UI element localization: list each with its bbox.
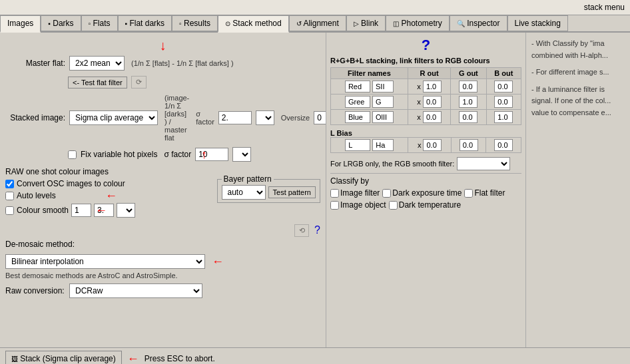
col-r-out: R out <box>408 68 450 79</box>
stack-button[interactable]: 🖼 Stack (Sigma clip average) <box>5 351 122 364</box>
demosaic-description: Best demosaic methods are AstroC and Ast… <box>5 272 320 279</box>
lrgb-smooth-label: For LRGB only, the RGB smooth filter: <box>330 160 454 168</box>
fix-hot-pixels-checkbox[interactable] <box>68 150 77 159</box>
colour-smooth-checkbox[interactable] <box>5 206 14 215</box>
l-g-input[interactable] <box>460 139 478 151</box>
arrow-sigma-factor: ↑ <box>201 148 207 162</box>
oversize-input[interactable] <box>314 111 326 124</box>
sigma-factor-select[interactable] <box>256 110 274 125</box>
test-pattern-button[interactable]: Test pattern <box>268 186 316 198</box>
blue-g-input[interactable] <box>459 111 477 123</box>
master-flat-select[interactable]: 2x2 mean Mean Median <box>69 56 125 71</box>
demosaic-label-row: De-mosaic method: <box>5 240 320 249</box>
classify-flat-filter-label: Flat filter <box>474 188 505 198</box>
tab-darks[interactable]: ▪ Darks <box>41 15 81 31</box>
l-b-input[interactable] <box>494 139 513 151</box>
blue-b-input[interactable] <box>494 111 513 123</box>
table-row-green: x <box>331 94 521 110</box>
classify-image-object-checkbox[interactable] <box>330 201 339 210</box>
table-row-l: x <box>331 138 521 153</box>
raw-conversion-select[interactable]: DCRaw LibRaw <box>69 283 202 298</box>
green-r-input[interactable] <box>423 96 442 108</box>
l-bias-table: x <box>330 137 521 153</box>
stacked-image-label: Stacked image: <box>5 113 65 122</box>
tab-images[interactable]: Images <box>0 15 41 33</box>
arrow-bottom: ← <box>127 352 139 365</box>
bayer-section: Bayer pattern auto RGGB BGGR Test patter… <box>217 179 320 203</box>
bayer-pattern-title: Bayer pattern <box>222 174 274 184</box>
classify-dark-temp-checkbox[interactable] <box>389 201 398 210</box>
filter-green-input[interactable] <box>345 96 370 108</box>
title-bar: stack menu <box>0 0 630 15</box>
filter-green-name[interactable] <box>372 96 394 108</box>
oversize-label: Oversize <box>281 114 310 122</box>
filter-red-input[interactable] <box>345 81 370 92</box>
sigma-factor-row-input[interactable] <box>195 148 228 161</box>
classify-image-filter-checkbox[interactable] <box>330 189 339 198</box>
auto-levels-label: Auto levels <box>17 191 56 200</box>
classify-flat-filter: Flat filter <box>464 188 505 198</box>
green-g-input[interactable] <box>459 96 477 108</box>
right-text-3: - If a luminance filter issignal. If one… <box>531 84 625 119</box>
filter-l-name[interactable] <box>372 139 394 151</box>
l-r-input[interactable] <box>423 139 442 151</box>
demosaic-label: De-mosaic method: <box>5 240 75 249</box>
fix-hot-pixels-row: Fix variable hot pixels σ factor ↑ <box>68 147 320 162</box>
raw-conversion-row: Raw conversion: DCRaw LibRaw <box>5 283 320 298</box>
red-r-input[interactable] <box>423 81 442 92</box>
rgb-table: Filter names R out G out B out x x <box>330 67 521 125</box>
stacked-image-select[interactable]: Sigma clip average Mean Median <box>69 110 158 125</box>
tab-flats[interactable]: ▫ Flats <box>81 15 118 31</box>
tab-results[interactable]: ▫ Results <box>172 15 218 31</box>
classify-image-filter-label: Image filter <box>340 188 380 198</box>
green-b-input[interactable] <box>494 96 513 108</box>
auto-levels-row: Auto levels ← <box>5 191 212 200</box>
demosaic-select[interactable]: Bilinear interpolation AstroC AstroSimpl… <box>5 254 205 269</box>
bottom-bar: 🖼 Stack (Sigma clip average) ← Press ESC… <box>0 347 630 364</box>
test-flat-row: <- Test flat filter ⟳ <box>68 76 320 89</box>
tab-live-stacking[interactable]: Live stacking <box>507 15 568 31</box>
filter-blue-input[interactable] <box>345 111 370 123</box>
arrow-demosaic: ← <box>212 255 224 269</box>
red-b-input[interactable] <box>494 81 513 92</box>
lrgb-smooth-row: For LRGB only, the RGB smooth filter: <box>330 157 521 170</box>
sigma-factor-row-select[interactable] <box>232 147 251 162</box>
green-x: x <box>417 98 421 106</box>
tab-flat-darks[interactable]: ▪ Flat darks <box>118 15 172 31</box>
colour-smooth-select[interactable] <box>117 203 135 218</box>
blue-r-input[interactable] <box>423 111 442 123</box>
tab-blink[interactable]: ▷ Blink <box>346 15 386 31</box>
middle-panel: ? R+G+B+L stacking, link filters to RGB … <box>326 33 526 347</box>
red-g-input[interactable] <box>459 81 477 92</box>
classify-dark-exposure-checkbox[interactable] <box>382 189 391 198</box>
tab-photometry[interactable]: ◫ Photometry <box>386 15 450 31</box>
bayer-pattern-select[interactable]: auto RGGB BGGR <box>222 185 266 200</box>
colour-smooth-input1[interactable] <box>71 204 91 217</box>
master-flat-label: Master flat: <box>5 59 65 68</box>
convert-osc-row: Convert OSC images to colour <box>5 179 212 188</box>
classify-dark-temp: Dark temperature <box>389 200 461 210</box>
tab-alignment[interactable]: ↺ Alignment <box>289 15 346 31</box>
classify-flat-filter-checkbox[interactable] <box>464 189 473 198</box>
undo-button[interactable]: ⟲ <box>294 224 309 237</box>
main-content: ↓ Master flat: 2x2 mean Mean Median (1/n… <box>0 33 630 347</box>
question-mark-2: ? <box>314 224 320 237</box>
stack-button-label: Stack (Sigma clip average) <box>20 354 115 363</box>
flat-filter-action-button[interactable]: ⟳ <box>131 76 147 89</box>
arrow-colour-smooth: ← <box>95 204 107 218</box>
auto-levels-checkbox[interactable] <box>5 192 14 200</box>
col-g-out: G out <box>451 68 486 79</box>
tab-inspector[interactable]: 🔍 Inspector <box>450 15 507 31</box>
filter-red-name[interactable] <box>372 81 394 92</box>
master-flat-formula: (1/n Σ [flats] - 1/n Σ [flat darks] ) <box>131 59 234 67</box>
convert-osc-checkbox[interactable] <box>5 180 14 188</box>
filter-blue-name[interactable] <box>372 111 394 123</box>
right-text-2: - For different image s... <box>531 67 625 79</box>
fix-hot-pixels-label: Fix variable hot pixels <box>81 150 157 159</box>
lrgb-smooth-select[interactable] <box>457 157 510 170</box>
sigma-factor-input[interactable] <box>218 111 252 124</box>
tab-stack-method[interactable]: ⊙ Stack method <box>218 15 289 33</box>
question-mark: ? <box>422 37 430 53</box>
filter-l-input[interactable] <box>345 139 370 151</box>
test-flat-filter-button[interactable]: <- Test flat filter <box>68 77 127 89</box>
